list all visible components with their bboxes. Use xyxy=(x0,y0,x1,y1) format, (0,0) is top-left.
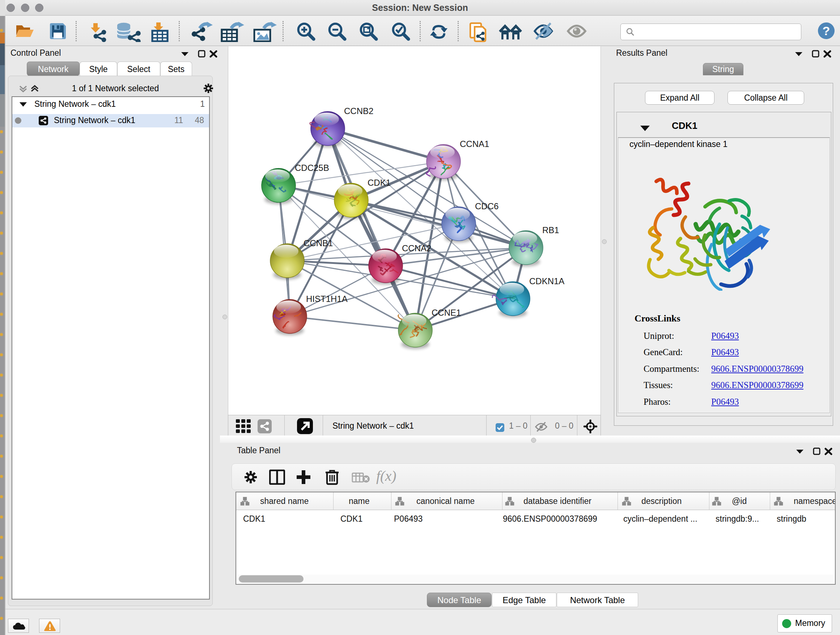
svg-text:CDC6: CDC6 xyxy=(475,201,499,211)
svg-text:CCNA2: CCNA2 xyxy=(402,243,431,253)
svg-text:CCNB1: CCNB1 xyxy=(303,238,333,248)
svg-text:RB1: RB1 xyxy=(542,225,559,235)
svg-text:CCNE1: CCNE1 xyxy=(431,308,461,318)
svg-text:CDKN1A: CDKN1A xyxy=(529,276,564,286)
svg-text:CDC25B: CDC25B xyxy=(295,163,329,173)
svg-text:HIST1H1A: HIST1H1A xyxy=(306,294,347,304)
svg-text:CCNA1: CCNA1 xyxy=(460,139,489,149)
svg-text:CCNB2: CCNB2 xyxy=(344,106,373,116)
svg-text:CDK1: CDK1 xyxy=(368,178,391,187)
